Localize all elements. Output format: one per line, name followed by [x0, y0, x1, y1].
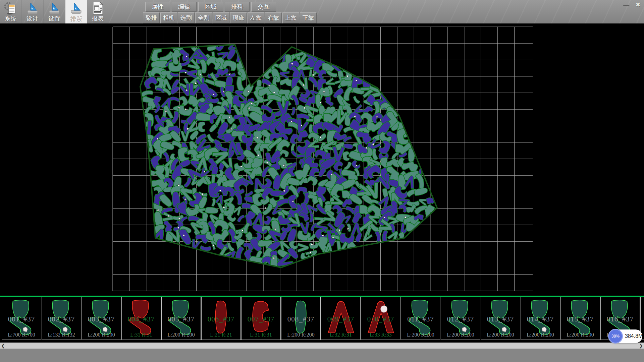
tool-cut-all[interactable]: 全割	[195, 12, 212, 23]
piece-lr-count: L:33 R:33	[361, 332, 400, 338]
tool-region[interactable]: 区域	[213, 12, 229, 23]
close-button[interactable]: ✕	[633, 1, 643, 9]
thumbnail-cell[interactable]: 004_#37L:31 R:31	[121, 297, 161, 340]
app-design-button[interactable]: 设计	[22, 0, 44, 23]
nesting-canvas-svg[interactable]	[0, 23, 644, 296]
app-mode-buttons: 系统 设计	[0, 0, 109, 23]
tool-select-cut[interactable]: 选割	[178, 12, 195, 23]
piece-lr-count: L:32 R:31	[321, 332, 360, 338]
scroll-left-arrow-icon[interactable]: ❮	[0, 343, 6, 349]
piece-name: 011_#37	[401, 315, 440, 323]
piece-lr-count: L:132 R:132	[42, 332, 81, 338]
piece-name: 001_#37	[2, 315, 41, 323]
piece-lr-count: L:21 R:21	[202, 332, 240, 338]
piece-lr-count: L:200 R:200	[401, 332, 440, 338]
thumbnail-strip: 001_#37L:700 R:700002_#37L:132 R:132003_…	[0, 296, 644, 343]
piece-name: 008_#37	[281, 315, 320, 323]
app-system-label: 系统	[0, 15, 21, 22]
progress-percent-badge: 38%	[608, 329, 623, 344]
piece-name: 004_#37	[122, 315, 161, 323]
memory-usage-label: 384.8M	[625, 329, 643, 343]
thumbnail-cell[interactable]: 014_#37L:200 R:200	[521, 297, 560, 340]
minimize-button[interactable]: —	[621, 1, 631, 9]
app-layout-label: 排版	[65, 15, 87, 22]
thumbnail-cell[interactable]: 013_#37L:200 R:200	[481, 297, 520, 340]
thumbnail-cell[interactable]: 006_#37L:21 R:21	[201, 297, 241, 340]
menu-properties[interactable]: 属性	[145, 2, 170, 12]
piece-lr-count: L:200 R:200	[561, 332, 600, 338]
menu-edit[interactable]: 编辑	[172, 2, 197, 12]
piece-name: 016_#37	[601, 315, 640, 323]
tool-defect[interactable]: 瑕疵	[230, 12, 247, 23]
menu-nesting[interactable]: 排料	[225, 2, 250, 12]
piece-name: 009_#37	[321, 315, 360, 323]
thumbnail-cell[interactable]: 007_#37L:31 R:31	[241, 297, 281, 340]
piece-lr-count: L:200 R:200	[82, 332, 121, 338]
bottom-status-area	[0, 349, 644, 362]
piece-name: 006_#37	[202, 315, 240, 323]
menu-interact[interactable]: 交互	[251, 2, 276, 12]
nesting-canvas[interactable]	[0, 23, 644, 296]
piece-lr-count: L:200 R:200	[281, 332, 320, 338]
scroll-right-arrow-icon[interactable]: ❯	[638, 343, 644, 349]
thumbnail-cell[interactable]: 009_#37L:32 R:31	[321, 297, 361, 340]
piece-name: 013_#37	[481, 315, 520, 323]
piece-lr-count: L:200 R:200	[441, 332, 480, 338]
piece-lr-count: L:200 R:200	[481, 332, 520, 338]
menu-region[interactable]: 区域	[198, 2, 223, 12]
piece-name: 0	[641, 315, 644, 323]
piece-lr-count: L:31 R:31	[122, 332, 161, 338]
tool-align-right[interactable]: 右靠	[265, 12, 282, 23]
piece-name: 010_#37	[361, 315, 400, 323]
tool-camera[interactable]: 相机	[160, 12, 177, 23]
tool-align-bottom[interactable]: 下靠	[300, 12, 317, 23]
piece-lr-count: L:700 R:700	[2, 332, 41, 338]
app-design-label: 设计	[22, 15, 43, 22]
thumbnail-cell[interactable]: 012_#37L:200 R:200	[441, 297, 480, 340]
tool-align-top[interactable]: 上靠	[282, 12, 299, 23]
horizontal-scrollbar[interactable]: ❮ ❯	[0, 343, 644, 349]
piece-name: 015_#37	[561, 315, 600, 323]
window-controls: — ✕	[621, 1, 643, 9]
thumbnail-cell[interactable]: 011_#37L:200 R:200	[401, 297, 440, 340]
app-settings-label: 设置	[44, 15, 65, 22]
nesting-app-window: 系统 设计	[0, 0, 644, 362]
thumbnail-cell[interactable]: 010_#37L:33 R:33	[361, 297, 400, 340]
titlebar: 系统 设计	[0, 0, 644, 24]
piece-lr-count: L:31 R:31	[241, 332, 280, 338]
piece-name: 003_#37	[82, 315, 121, 323]
app-report-label: 报表	[87, 15, 109, 22]
piece-name: 005_#37	[162, 315, 201, 323]
tool-cluster-nest[interactable]: 聚排	[143, 12, 160, 23]
status-badge[interactable]: 38% 384.8M	[609, 329, 642, 343]
app-settings-button[interactable]: 设置	[44, 0, 65, 23]
thumbnail-cell[interactable]: 015_#37L:200 R:200	[560, 297, 600, 340]
piece-name: 007_#37	[241, 315, 280, 323]
tool-bar: 聚排 相机 选割 全割 区域 瑕疵 左靠 右靠 上靠 下靠	[143, 12, 317, 23]
thumbnail-cell[interactable]: 002_#37L:132 R:132	[42, 297, 81, 340]
thumbnail-cell[interactable]: 005_#37L:200 R:200	[161, 297, 201, 340]
app-system-button[interactable]: 系统	[0, 0, 22, 23]
app-layout-button[interactable]: 排版	[65, 0, 87, 23]
tool-align-left[interactable]: 左靠	[248, 12, 264, 23]
piece-lr-count: L:200 R:200	[162, 332, 201, 338]
thumbnail-cell[interactable]: 001_#37L:700 R:700	[2, 297, 41, 340]
piece-name: 002_#37	[42, 315, 81, 323]
piece-lr-count: L:200 R:200	[521, 332, 560, 338]
thumbnail-cell[interactable]: 008_#37L:200 R:200	[281, 297, 321, 340]
menu-bar: 属性 编辑 区域 排料 交互	[145, 2, 276, 12]
piece-name: 012_#37	[441, 315, 480, 323]
piece-name: 014_#37	[521, 315, 560, 323]
thumbnail-cell[interactable]: 003_#37L:200 R:200	[82, 297, 121, 340]
app-report-button[interactable]: 报表	[87, 0, 109, 23]
